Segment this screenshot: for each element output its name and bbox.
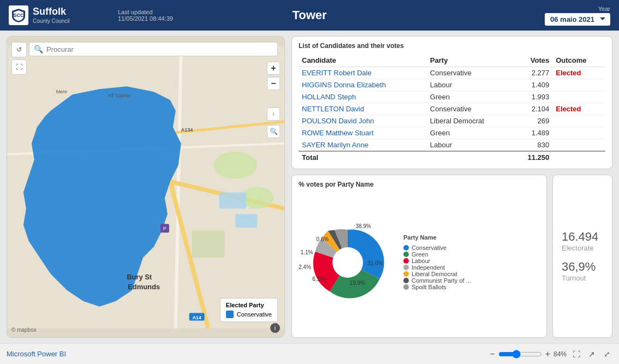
map-fullscreen-button[interactable]: ⛶ (11, 59, 27, 75)
svg-rect-9 (192, 230, 225, 258)
header: SCC Suffolk County Council Last updated … (0, 0, 619, 31)
map-container: All Saints Mere A134 Bury St Edmunds A14… (7, 37, 284, 337)
svg-text:All Saints: All Saints (108, 92, 130, 98)
map-zoom-search-button[interactable]: 🔍 (267, 125, 280, 138)
pie-chart: 38.9% 31.0% 19.9% 6.1% 2.4% 1.1% 0.6% (299, 219, 397, 306)
candidate-outcome (552, 91, 605, 103)
svg-point-7 (214, 152, 258, 179)
legend-dot (403, 278, 409, 283)
map-search[interactable]: 🔍 (29, 42, 278, 56)
candidate-votes: 269 (513, 115, 552, 127)
footer-right: − + 84% ⛶ ↗ ⤢ (490, 349, 612, 360)
electorate-stat: 16.494 Electorate (562, 231, 603, 252)
candidate-votes: 1.409 (513, 79, 552, 91)
svg-text:A134: A134 (181, 127, 193, 133)
turnout-stat: 36,9% Turnout (562, 261, 603, 282)
zoom-level: 84% (553, 350, 567, 358)
map-info-button[interactable]: i (270, 323, 280, 333)
col-votes: Votes (513, 54, 552, 67)
col-party: Party (427, 54, 513, 67)
search-input[interactable] (46, 45, 273, 53)
zoom-out-button[interactable]: − (267, 77, 280, 90)
candidates-table: Candidate Party Votes Outcome EVERITT Ro… (299, 54, 605, 163)
electorate-value: 16.494 (562, 231, 603, 243)
right-panel: List of Candidates and their votes Candi… (291, 36, 612, 338)
legend-dot (403, 265, 409, 270)
candidate-party: Liberal Democrat (427, 115, 513, 127)
table-row: SAYER Marilyn Anne Labour 830 (299, 139, 605, 152)
fullscreen-button[interactable]: ⤢ (602, 349, 612, 360)
total-votes: 11.250 (513, 151, 552, 163)
stats-panel: 16.494 Electorate 36,9% Turnout (552, 175, 612, 338)
legend-party-label: Conservative (237, 311, 272, 318)
legend-label: Conservative (412, 244, 447, 251)
map-compass-button[interactable]: ↑ (267, 108, 280, 121)
svg-text:A14: A14 (192, 315, 201, 320)
footer: Microsoft Power BI − + 84% ⛶ ↗ ⤢ (0, 343, 619, 364)
table-total-row: Total 11.250 (299, 151, 605, 163)
table-row: EVERITT Robert Dale Conservative 2.277 E… (299, 67, 605, 79)
legend-dot (403, 258, 409, 264)
table-row: HIGGINS Donna Elizabeth Labour 1.409 (299, 79, 605, 91)
candidate-outcome: Elected (552, 103, 605, 115)
legend-dot (403, 284, 409, 290)
col-candidate: Candidate (299, 54, 427, 67)
candidate-outcome (552, 79, 605, 91)
legend-item: Independent (403, 264, 471, 271)
fit-to-screen-button[interactable]: ⛶ (571, 349, 582, 360)
candidate-outcome (552, 127, 605, 139)
map-reset-button[interactable]: ↺ (11, 42, 27, 57)
zoom-slider[interactable] (498, 350, 542, 359)
year-select[interactable]: 06 maio 2021 (545, 13, 610, 26)
logo-shield-icon: SCC (9, 5, 28, 25)
candidates-panel: List of Candidates and their votes Candi… (291, 36, 612, 169)
map-controls-left: ↺ ⛶ (11, 42, 27, 75)
chart-content: 38.9% 31.0% 19.9% 6.1% 2.4% 1.1% 0.6% Pa… (299, 193, 540, 332)
year-selector-group: Year 06 maio 2021 (545, 5, 610, 26)
candidate-outcome (552, 139, 605, 152)
candidate-votes: 1.993 (513, 91, 552, 103)
share-button[interactable]: ↗ (586, 349, 597, 360)
table-row: POULSON David John Liberal Democrat 269 (299, 115, 605, 127)
chart-legend: Party Name Conservative Green Labour Ind… (403, 234, 471, 290)
table-row: HOLLAND Steph Green 1.993 (299, 91, 605, 103)
legend-dot (403, 245, 409, 250)
candidate-party: Green (427, 91, 513, 103)
table-row: NETTLETON David Conservative 2.104 Elect… (299, 103, 605, 115)
svg-text:Edmunds: Edmunds (128, 283, 160, 291)
candidate-name: POULSON David John (299, 115, 427, 127)
org-sub: County Council (33, 18, 70, 25)
legend-label: Green (412, 251, 428, 258)
legend-title: Party Name (403, 234, 471, 241)
legend-item: Conservative (226, 311, 272, 318)
zoom-in-button[interactable]: + (267, 62, 280, 75)
electorate-label: Electorate (562, 244, 603, 252)
candidate-party: Labour (427, 79, 513, 91)
legend-item: Conservative (403, 244, 471, 251)
powerbi-link[interactable]: Microsoft Power BI (7, 350, 66, 358)
zoom-in-footer-button[interactable]: + (545, 349, 550, 359)
bottom-row: % votes por Party Name (291, 175, 612, 338)
candidates-table-scroll[interactable]: Candidate Party Votes Outcome EVERITT Ro… (299, 54, 605, 163)
total-label: Total (299, 151, 427, 163)
org-name: Suffolk (33, 6, 70, 18)
candidate-outcome (552, 115, 605, 127)
candidate-votes: 2.104 (513, 103, 552, 115)
turnout-value: 36,9% (562, 261, 603, 273)
svg-text:Bury St: Bury St (127, 273, 152, 281)
candidate-name: NETTLETON David (299, 103, 427, 115)
legend-label: Labour (412, 258, 430, 264)
pie-svg (299, 219, 397, 306)
last-updated-label: Last updated (118, 9, 173, 15)
candidate-party: Conservative (427, 103, 513, 115)
legend-item: Green (403, 251, 471, 258)
candidate-party: Labour (427, 139, 513, 152)
map-svg: All Saints Mere A134 Bury St Edmunds A14… (7, 37, 284, 337)
chart-panel: % votes por Party Name (291, 175, 547, 338)
legend-item: Liberal Democrat (403, 271, 471, 277)
svg-text:Mere: Mere (56, 89, 67, 94)
legend-color-swatch (226, 311, 234, 318)
candidate-outcome: Elected (552, 67, 605, 79)
zoom-out-footer-button[interactable]: − (490, 349, 495, 359)
map-legend: Elected Party Conservative (220, 298, 278, 322)
